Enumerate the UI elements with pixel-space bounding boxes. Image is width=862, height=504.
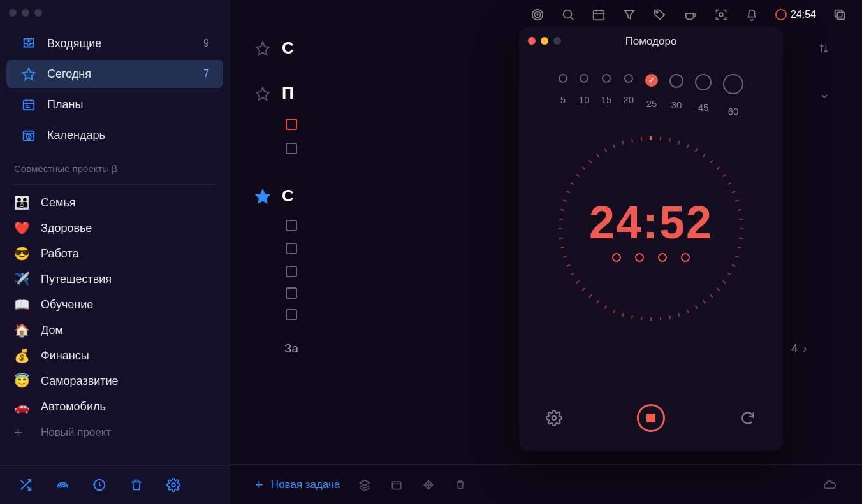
project-item[interactable]: 💰Финансы — [0, 343, 230, 368]
svg-line-49 — [605, 305, 607, 308]
duration-option[interactable]: 10 — [579, 74, 590, 117]
checkbox[interactable] — [286, 266, 297, 277]
svg-line-41 — [678, 313, 680, 317]
svg-line-54 — [571, 273, 574, 275]
copy-icon[interactable] — [833, 8, 847, 22]
checkbox[interactable] — [286, 119, 297, 130]
chevron-right-icon[interactable]: › — [803, 341, 807, 356]
settings-icon[interactable] — [166, 477, 181, 493]
svg-line-34 — [727, 273, 731, 275]
close-icon[interactable] — [528, 37, 536, 45]
bell-icon[interactable] — [745, 8, 759, 22]
svg-line-38 — [703, 300, 706, 303]
duration-label: 15 — [601, 94, 612, 105]
minimize-icon[interactable] — [541, 37, 548, 45]
duration-option[interactable]: 60 — [723, 74, 743, 117]
filter-icon[interactable] — [622, 8, 636, 22]
duration-option[interactable]: 5 — [559, 74, 567, 117]
project-label: Обучение — [41, 298, 93, 312]
coffee-icon[interactable] — [683, 8, 698, 22]
window-traffic-lights[interactable] — [9, 9, 42, 17]
svg-line-62 — [563, 200, 567, 201]
project-item[interactable]: 📖Обучение — [0, 292, 230, 317]
svg-line-71 — [622, 141, 624, 145]
svg-line-51 — [589, 294, 592, 297]
nav-today[interactable]: Сегодня 7 — [6, 60, 223, 88]
pomodoro-mini-timer[interactable]: 24:54 — [775, 9, 816, 20]
star-outline-icon[interactable] — [255, 41, 270, 56]
star-outline-icon[interactable] — [255, 86, 270, 101]
project-item[interactable]: 🚗Автомобиль — [0, 394, 230, 419]
svg-line-18 — [687, 145, 689, 148]
pomodoro-settings-icon[interactable] — [542, 406, 566, 430]
svg-point-6 — [537, 14, 538, 15]
maximize-icon[interactable] — [553, 37, 561, 45]
checkbox[interactable] — [286, 287, 297, 299]
tag-icon[interactable] — [653, 8, 667, 22]
new-task-label: Новая задача — [271, 479, 340, 491]
nav-count: 7 — [203, 68, 209, 80]
project-emoji: 😇 — [14, 373, 31, 389]
calendar-small-icon[interactable] — [390, 478, 404, 492]
duration-option[interactable]: 45 — [695, 74, 712, 117]
sidebar: Входящие 9 Сегодня 7 Планы Календарь Сов… — [0, 0, 230, 504]
checkbox[interactable] — [286, 220, 297, 231]
nav-count: 9 — [203, 38, 209, 49]
nav-plans[interactable]: Планы — [6, 90, 223, 119]
sort-icon[interactable] — [817, 42, 836, 55]
search-icon[interactable] — [561, 8, 575, 22]
chevron-down-icon[interactable]: ⌄ — [819, 85, 836, 102]
nav-calendar[interactable]: Календарь — [6, 121, 223, 149]
project-item[interactable]: 😎Работа — [0, 241, 230, 266]
reset-icon[interactable] — [736, 406, 760, 430]
rainbow-icon[interactable] — [55, 477, 70, 493]
svg-rect-13 — [393, 482, 401, 489]
trash-icon[interactable] — [129, 477, 144, 493]
trash-small-icon[interactable] — [453, 478, 467, 492]
modal-traffic-lights[interactable] — [528, 37, 561, 45]
duration-option[interactable]: 25 — [645, 74, 658, 117]
svg-line-52 — [582, 288, 585, 291]
checkbox[interactable] — [286, 143, 297, 154]
checkbox[interactable] — [286, 309, 297, 320]
duration-option[interactable]: 15 — [601, 74, 612, 117]
svg-line-68 — [597, 154, 599, 157]
svg-point-74 — [552, 416, 557, 421]
new-project-button[interactable]: + Новый проект — [0, 419, 230, 446]
project-item[interactable]: 🏠Дом — [0, 317, 230, 343]
shuffle-icon[interactable] — [18, 477, 33, 493]
layers-icon[interactable] — [358, 478, 372, 492]
svg-rect-12 — [835, 10, 842, 17]
duration-label: 25 — [646, 98, 657, 109]
project-item[interactable]: ✈️Путешествия — [0, 266, 230, 292]
star-filled-icon[interactable] — [255, 189, 270, 204]
svg-line-28 — [739, 219, 743, 220]
timer-display: 24:52 — [549, 127, 753, 331]
main-area: 24:54 С П ⌄ О "Ромашка") иктанту — [230, 0, 862, 504]
plus-icon: + — [14, 424, 31, 441]
duration-option[interactable]: 30 — [669, 74, 683, 117]
session-dot — [681, 253, 690, 262]
svg-line-20 — [703, 154, 706, 157]
section-title: П — [282, 83, 294, 103]
duration-picker: 510152025304560 — [559, 74, 743, 117]
stop-button[interactable] — [637, 404, 665, 432]
svg-line-53 — [576, 281, 580, 284]
new-task-button[interactable]: + Новая задача — [255, 477, 340, 493]
pomodoro-title: Помодоро — [625, 35, 677, 48]
project-item[interactable]: ❤️Здоровье — [0, 215, 230, 241]
history-icon[interactable] — [92, 477, 107, 493]
target-icon[interactable] — [530, 8, 544, 22]
session-dot — [635, 253, 644, 262]
duration-option[interactable]: 20 — [623, 74, 634, 117]
nav-inbox[interactable]: Входящие 9 — [6, 29, 223, 57]
svg-line-16 — [669, 138, 670, 142]
move-icon[interactable] — [421, 478, 435, 492]
project-item[interactable]: 😇Саморазвитие — [0, 368, 230, 394]
project-item[interactable]: 👪Семья — [0, 190, 230, 215]
scan-icon[interactable] — [714, 8, 728, 22]
inbox-icon — [20, 35, 37, 52]
cloud-icon[interactable] — [822, 478, 836, 492]
checkbox[interactable] — [286, 243, 297, 254]
calendar-icon[interactable] — [592, 8, 606, 22]
